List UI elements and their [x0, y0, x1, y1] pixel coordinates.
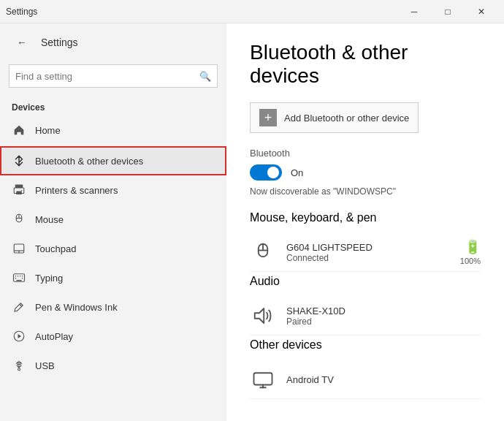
back-button[interactable]: ← — [12, 32, 32, 53]
battery-label-g604: 100% — [460, 257, 481, 265]
sidebar-item-pen-label: Pen & Windows Ink — [35, 302, 118, 313]
svg-marker-20 — [18, 334, 22, 338]
search-icon: 🔍 — [199, 71, 211, 82]
close-button[interactable]: ✕ — [465, 0, 498, 23]
sidebar-item-printers[interactable]: Printers & scanners — [0, 175, 226, 205]
discoverable-text: Now discoverable as "WINDOWSPC" — [250, 186, 481, 197]
title-bar-controls: ─ □ ✕ — [397, 0, 498, 23]
device-info-shake: SHAKE-X10D Paired — [286, 306, 481, 327]
home-icon — [12, 123, 26, 137]
sidebar-item-bluetooth-label: Bluetooth & other devices — [35, 156, 143, 167]
device-status-shake: Paired — [286, 316, 481, 327]
svg-rect-2 — [16, 191, 22, 195]
sidebar-nav-top: ← Settings — [0, 23, 226, 61]
page-title: Bluetooth & other devices — [250, 41, 481, 88]
sidebar-item-usb-label: USB — [35, 360, 55, 371]
sidebar-item-home[interactable]: Home — [0, 115, 226, 145]
sidebar-item-typing[interactable]: Typing — [0, 263, 226, 292]
sidebar-item-mouse[interactable]: Mouse — [0, 205, 226, 234]
device-row-android-tv: Android TV — [250, 360, 481, 399]
bluetooth-toggle[interactable] — [250, 164, 282, 181]
search-input[interactable] — [15, 71, 195, 82]
bluetooth-toggle-row: On — [250, 164, 481, 181]
add-device-button[interactable]: + Add Bluetooth or other device — [250, 102, 419, 133]
device-info-g604: G604 LIGHTSPEED Connected — [286, 242, 450, 263]
touchpad-icon — [12, 241, 26, 256]
add-device-label: Add Bluetooth or other device — [284, 113, 409, 124]
maximize-button[interactable]: □ — [431, 0, 465, 23]
sidebar-item-pen[interactable]: Pen & Windows Ink — [0, 292, 226, 322]
category-title-audio: Audio — [250, 275, 481, 288]
minimize-button[interactable]: ─ — [397, 0, 431, 23]
sidebar: ← Settings 🔍 Devices Home Bluetoot — [0, 23, 226, 421]
sidebar-item-touchpad-label: Touchpad — [35, 243, 76, 254]
sidebar-item-usb[interactable]: USB — [0, 351, 226, 380]
device-info-android-tv: Android TV — [286, 374, 481, 385]
bluetooth-toggle-label: On — [291, 167, 303, 178]
printers-icon — [12, 183, 26, 197]
device-row-g604: G604 LIGHTSPEED Connected 🔋 100% — [250, 233, 481, 272]
pen-icon — [12, 300, 26, 314]
usb-icon — [12, 358, 26, 373]
toggle-knob — [267, 167, 279, 178]
sidebar-item-typing-label: Typing — [35, 273, 63, 284]
device-status-g604: Connected — [286, 253, 450, 263]
category-title-mouse: Mouse, keyboard, & pen — [250, 211, 481, 224]
plus-icon: + — [259, 109, 277, 126]
svg-point-3 — [21, 190, 23, 191]
bluetooth-section-label: Bluetooth — [250, 148, 481, 159]
battery-icon: 🔋 — [465, 239, 481, 255]
sidebar-item-printers-label: Printers & scanners — [35, 185, 118, 196]
sidebar-item-mouse-label: Mouse — [35, 214, 64, 225]
search-box[interactable]: 🔍 — [9, 64, 218, 88]
tv-device-icon — [250, 366, 276, 392]
device-name-android-tv: Android TV — [286, 374, 481, 385]
sidebar-item-autoplay-label: AutoPlay — [35, 331, 73, 342]
device-battery-g604: 🔋 100% — [460, 239, 481, 265]
autoplay-icon — [12, 329, 26, 344]
device-row-shake: SHAKE-X10D Paired — [250, 297, 481, 335]
sidebar-item-bluetooth[interactable]: Bluetooth & other devices — [0, 146, 226, 175]
title-bar: Settings ─ □ ✕ — [0, 0, 504, 23]
device-name-g604: G604 LIGHTSPEED — [286, 242, 450, 253]
sidebar-item-autoplay[interactable]: AutoPlay — [0, 322, 226, 351]
typing-icon — [12, 270, 26, 285]
sidebar-item-home-label: Home — [35, 125, 61, 136]
mouse-icon — [12, 212, 26, 227]
svg-rect-0 — [15, 185, 23, 189]
svg-rect-26 — [254, 373, 272, 384]
svg-marker-25 — [255, 308, 264, 323]
mouse-device-icon — [250, 239, 276, 265]
title-bar-left: Settings — [6, 7, 37, 17]
audio-device-icon — [250, 303, 276, 329]
device-name-shake: SHAKE-X10D — [286, 306, 481, 316]
bluetooth-icon — [12, 153, 26, 168]
right-panel: Bluetooth & other devices + Add Bluetoot… — [226, 23, 504, 421]
category-title-other: Other devices — [250, 338, 481, 352]
svg-line-18 — [20, 304, 22, 306]
svg-point-21 — [18, 368, 20, 371]
sidebar-section-label: Devices — [0, 96, 226, 115]
sidebar-item-touchpad[interactable]: Touchpad — [0, 234, 226, 263]
app-title-label: Settings — [6, 7, 37, 17]
main-container: ← Settings 🔍 Devices Home Bluetoot — [0, 23, 504, 421]
sidebar-app-title: Settings — [41, 37, 78, 48]
